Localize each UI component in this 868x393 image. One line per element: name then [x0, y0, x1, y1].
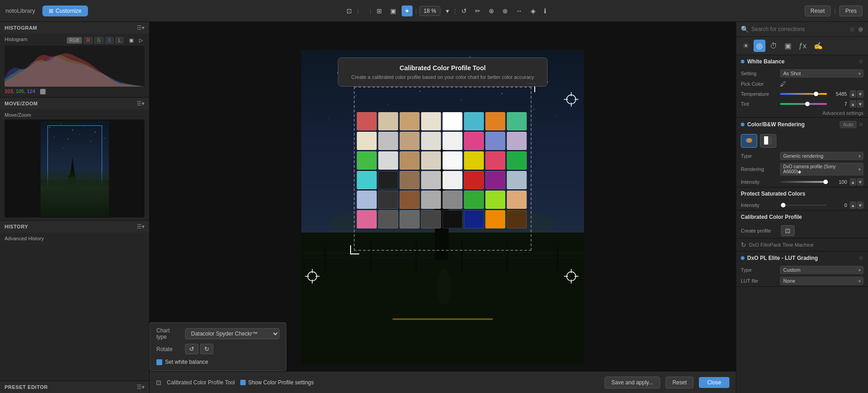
- movezoom-menu-button[interactable]: ☰▾: [137, 100, 145, 107]
- color-cell: [464, 112, 484, 130]
- channel-g-button[interactable]: G: [94, 37, 103, 44]
- grid-button[interactable]: ⊞: [374, 5, 385, 16]
- eraser-button[interactable]: ↔: [513, 5, 525, 16]
- temp-increment[interactable]: ▼: [857, 90, 863, 98]
- create-profile-button[interactable]: ⊡: [781, 225, 795, 236]
- preset-editor-menu-button[interactable]: ☰▾: [137, 384, 145, 390]
- rotate-cw-button[interactable]: ↻: [200, 344, 213, 354]
- calibrated-color-profile-header[interactable]: Calibrated Color Profile: [736, 211, 868, 223]
- wb-pick-color-button[interactable]: 🖊: [780, 80, 786, 88]
- film-icon-button[interactable]: ▣: [782, 40, 794, 52]
- search-input[interactable]: [751, 26, 847, 32]
- search-star-icon[interactable]: ☆: [849, 26, 855, 33]
- ps-intensity-slider[interactable]: [780, 204, 827, 206]
- histogram-menu-button[interactable]: ☰▾: [137, 25, 145, 31]
- bottom-tool-label: Calibrated Color Profile Tool: [167, 379, 235, 386]
- channel-l-button[interactable]: L: [115, 37, 124, 44]
- ps-intensity-up[interactable]: ▲: [850, 202, 856, 209]
- color-cell: [443, 191, 463, 209]
- wb-temperature-slider[interactable]: [780, 93, 827, 95]
- info-button[interactable]: ℹ: [541, 5, 549, 16]
- protect-saturated-header[interactable]: Protect Saturated Colors: [736, 187, 868, 200]
- histogram-title: HISTOGRAM: [5, 25, 37, 31]
- history-header: HISTORY ☰▾: [0, 221, 149, 233]
- svg-point-33: [419, 91, 420, 92]
- wb-setting-value[interactable]: As Shot: [780, 69, 863, 78]
- cr-auto-button[interactable]: Auto: [840, 121, 857, 128]
- cr-type-value[interactable]: Generic rendering: [780, 152, 863, 160]
- color-cell: [378, 210, 398, 228]
- bottom-reset-button[interactable]: Reset: [666, 377, 693, 388]
- lut-file-row: LUT file None: [736, 275, 868, 286]
- svg-point-41: [556, 116, 557, 116]
- zoom-dropdown[interactable]: ▾: [443, 5, 452, 16]
- history-menu-button[interactable]: ☰▾: [137, 223, 145, 230]
- cr-intensity-down[interactable]: ▼: [857, 178, 863, 186]
- screen-button[interactable]: ▣: [388, 5, 399, 16]
- search-more-icon[interactable]: ⊕: [858, 26, 863, 33]
- crop-button[interactable]: ⊕: [486, 5, 497, 16]
- channel-b-button[interactable]: B: [105, 37, 114, 44]
- wb-star-icon[interactable]: ☆: [858, 58, 863, 65]
- cr-rendering-value[interactable]: DxO camera profile (Sony A6600)◆: [780, 163, 863, 176]
- preset-button[interactable]: Pres: [839, 5, 863, 16]
- color-cell: [357, 132, 377, 150]
- repair-button[interactable]: ◈: [528, 5, 538, 16]
- rotate-row: Rotate ↺ ↻: [156, 344, 279, 354]
- temp-decrement[interactable]: ▲: [850, 90, 856, 98]
- crosshair-bl[interactable]: [305, 269, 320, 284]
- color-mode-button[interactable]: [741, 134, 757, 148]
- wb-toggle-dot: [741, 60, 744, 63]
- bw-mode-button[interactable]: [760, 134, 776, 148]
- wb-setting-control: As Shot: [780, 69, 863, 78]
- color-icon-button[interactable]: ◎: [754, 40, 765, 52]
- color-cell: [421, 171, 441, 189]
- customize-button[interactable]: ⊞ Customize: [42, 5, 88, 16]
- chart-type-row: Chart type Datacolor Spyder Checkr™: [156, 327, 279, 340]
- svg-rect-15: [50, 187, 100, 189]
- svg-rect-0: [41, 121, 109, 217]
- channel-r-button[interactable]: R: [84, 37, 93, 44]
- channel-rgb-button[interactable]: RGB: [67, 37, 82, 44]
- wb-tint-slider[interactable]: [780, 103, 827, 105]
- movezoom-header: MOVE/ZOOM ☰▾: [0, 98, 149, 109]
- crosshair-tr[interactable]: [564, 92, 579, 107]
- undo-button[interactable]: ↺: [459, 5, 470, 16]
- color-cell: [443, 210, 463, 228]
- lut-grading-header[interactable]: DxO PL Elite - LUT Grading ☆: [736, 252, 868, 264]
- color-cell: [357, 171, 377, 189]
- star-button[interactable]: ✦: [402, 5, 413, 16]
- brush-button[interactable]: ✏: [472, 5, 483, 16]
- cr-intensity-slider[interactable]: [780, 181, 827, 183]
- fx-icon-button[interactable]: ƒx: [796, 40, 809, 52]
- cr-intensity-up[interactable]: ▲: [850, 178, 856, 186]
- rotate-ccw-button[interactable]: ↺: [185, 344, 198, 354]
- advanced-settings-link[interactable]: Advanced settings: [822, 110, 863, 116]
- save-apply-button[interactable]: Save and apply...: [604, 377, 660, 388]
- histogram-expand-button[interactable]: ▷: [137, 37, 145, 44]
- tint-increment[interactable]: ▼: [857, 100, 863, 108]
- thumbnail-container: [5, 119, 145, 217]
- reset-button[interactable]: Reset: [805, 5, 831, 16]
- compare-label-button[interactable]: [362, 9, 367, 13]
- wb-checkbox[interactable]: [156, 359, 162, 365]
- chart-type-select[interactable]: Datacolor Spyder Checkr™: [185, 328, 279, 339]
- white-balance-header[interactable]: White Balance ☆: [736, 55, 868, 68]
- crosshair-br[interactable]: [564, 269, 579, 284]
- stamp-button[interactable]: ⊗: [500, 5, 511, 16]
- color-rendering-title: Color/B&W Rendering: [741, 121, 805, 128]
- clock-icon-button[interactable]: ⏱: [767, 40, 780, 52]
- color-rendering-header[interactable]: Color/B&W Rendering Auto ☆: [736, 118, 868, 131]
- lut-file-value[interactable]: None: [780, 277, 863, 285]
- tint-decrement[interactable]: ▲: [850, 100, 856, 108]
- show-settings-checkbox[interactable]: [240, 380, 246, 385]
- cr-star-icon[interactable]: ☆: [858, 121, 863, 128]
- lut-star-icon[interactable]: ☆: [858, 255, 863, 261]
- sun-icon-button[interactable]: ☀: [740, 40, 752, 52]
- ps-intensity-down[interactable]: ▼: [857, 202, 863, 209]
- close-button[interactable]: Close: [699, 377, 729, 388]
- lut-type-value[interactable]: Custom: [780, 266, 863, 274]
- compare-button[interactable]: ⊡: [344, 5, 355, 16]
- histogram-view-button[interactable]: ▣: [127, 37, 135, 44]
- pen-icon-button[interactable]: ✍: [811, 40, 826, 52]
